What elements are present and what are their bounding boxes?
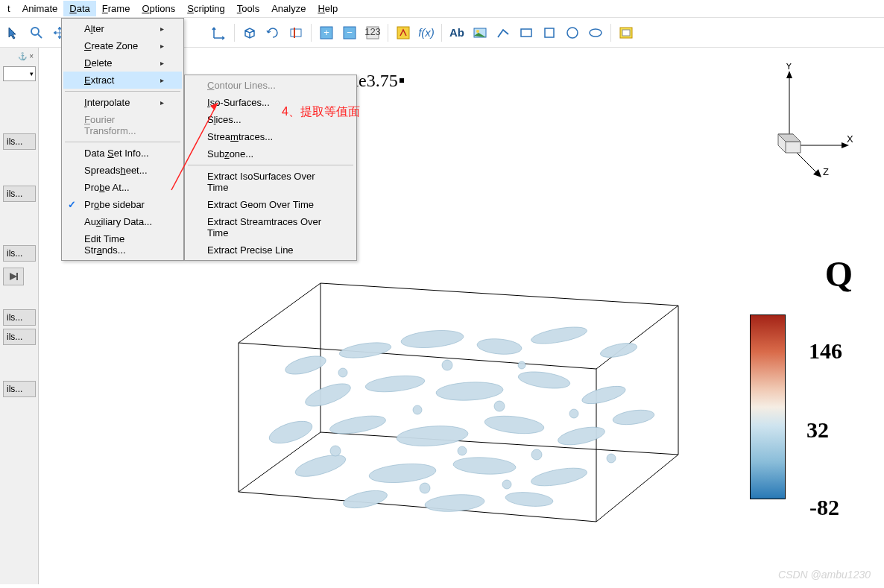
menu-scripting[interactable]: Scripting bbox=[181, 1, 231, 16]
annotation-text: 4、提取等值面 bbox=[282, 104, 360, 120]
svg-point-28 bbox=[599, 341, 638, 360]
svg-point-48 bbox=[442, 360, 452, 370]
ellipse-tool-icon[interactable] bbox=[585, 22, 606, 43]
menu-tools[interactable]: Tools bbox=[231, 1, 265, 16]
submenu-extract-stream-time[interactable]: Extract Streamtraces Over Time bbox=[186, 213, 355, 241]
svg-point-44 bbox=[342, 487, 389, 511]
contour-del-icon[interactable]: − bbox=[339, 22, 360, 43]
menu-analyze[interactable]: Analyze bbox=[265, 1, 312, 16]
menu-animate[interactable]: Animate bbox=[16, 1, 64, 16]
cube-tool-icon[interactable] bbox=[239, 22, 260, 43]
svg-rect-18 bbox=[622, 30, 630, 36]
svg-point-49 bbox=[518, 361, 525, 369]
sidebar-combo[interactable]: ▾ bbox=[3, 66, 36, 81]
square-tool-icon[interactable] bbox=[539, 22, 560, 43]
svg-rect-2 bbox=[291, 29, 301, 37]
svg-point-38 bbox=[557, 424, 607, 449]
svg-point-40 bbox=[293, 451, 347, 481]
svg-point-45 bbox=[424, 493, 484, 513]
sidebar: ⚓ × ▾ ils... ils... ils... ils... ils...… bbox=[0, 48, 39, 584]
svg-point-35 bbox=[329, 413, 387, 437]
svg-point-39 bbox=[612, 408, 655, 427]
svg-line-59 bbox=[171, 103, 218, 190]
svg-point-15 bbox=[567, 28, 578, 38]
y-axis-label: Y bbox=[786, 63, 792, 72]
menu-options[interactable]: Options bbox=[136, 1, 181, 16]
svg-line-1 bbox=[38, 34, 42, 38]
svg-rect-13 bbox=[521, 29, 531, 37]
svg-point-26 bbox=[476, 337, 522, 355]
menu-data[interactable]: Data bbox=[63, 1, 95, 16]
contour-num-icon[interactable]: 123 bbox=[362, 22, 383, 43]
slice-tool-icon[interactable] bbox=[285, 22, 306, 43]
svg-point-30 bbox=[364, 373, 426, 394]
pointer-tool-icon[interactable] bbox=[3, 22, 24, 43]
svg-point-12 bbox=[476, 30, 479, 33]
svg-point-23 bbox=[283, 353, 327, 378]
svg-point-55 bbox=[531, 449, 542, 460]
svg-point-58 bbox=[502, 480, 511, 489]
axis-triad: Y X Z bbox=[763, 63, 853, 183]
submenu-extract-precise[interactable]: Extract Precise Line bbox=[186, 241, 355, 259]
svg-point-29 bbox=[303, 379, 353, 411]
svg-point-27 bbox=[530, 324, 588, 347]
sidebar-btn-1[interactable]: ils... bbox=[3, 186, 36, 202]
svg-point-43 bbox=[530, 465, 588, 490]
menu-auxdata[interactable]: Auxiliary Data... bbox=[63, 213, 182, 230]
submenu-extract-geom-time[interactable]: Extract Geom Over Time bbox=[186, 196, 355, 213]
svg-point-31 bbox=[435, 381, 503, 402]
svg-point-56 bbox=[607, 454, 616, 463]
svg-point-52 bbox=[569, 409, 578, 418]
menu-probesidebar[interactable]: ✓Probe sidebar bbox=[63, 196, 182, 213]
colorbar-label-2: -82 bbox=[809, 495, 839, 520]
zoom-tool-icon[interactable] bbox=[26, 22, 47, 43]
axis-tool-icon[interactable] bbox=[209, 22, 230, 43]
plot-3d-box[interactable] bbox=[216, 268, 693, 584]
sidebar-btn-2[interactable]: ils... bbox=[3, 245, 36, 262]
menu-delete[interactable]: Delete▸ bbox=[63, 54, 182, 72]
extract-icon[interactable] bbox=[393, 22, 414, 43]
menu-frame[interactable]: Frame bbox=[96, 1, 136, 16]
play-button[interactable] bbox=[3, 268, 24, 285]
x-axis-label: X bbox=[847, 133, 853, 145]
svg-point-51 bbox=[494, 401, 505, 411]
svg-text:123: 123 bbox=[365, 26, 380, 37]
svg-point-46 bbox=[505, 490, 553, 508]
svg-point-32 bbox=[517, 369, 571, 391]
svg-point-0 bbox=[31, 28, 39, 35]
menu-extract[interactable]: Extract▸ bbox=[63, 72, 182, 89]
rotate-tool-icon[interactable] bbox=[262, 22, 283, 43]
image-tool-icon[interactable] bbox=[470, 22, 490, 43]
contour-add-icon[interactable]: + bbox=[316, 22, 337, 43]
z-axis-label: Z bbox=[823, 166, 829, 177]
rect-tool-icon[interactable] bbox=[516, 22, 537, 43]
svg-point-42 bbox=[452, 456, 516, 475]
svg-point-36 bbox=[396, 424, 469, 449]
menu-timestrands[interactable]: Edit Time Strands... bbox=[63, 230, 182, 259]
sidebar-btn-0[interactable]: ils... bbox=[3, 133, 36, 150]
colorbar-label-1: 32 bbox=[806, 417, 829, 443]
menu-sep bbox=[65, 142, 180, 142]
sidebar-btn-4[interactable]: ils... bbox=[3, 329, 36, 345]
svg-point-50 bbox=[413, 405, 422, 414]
colorbar-title: Q bbox=[825, 253, 853, 294]
menu-create-zone[interactable]: Create Zone▸ bbox=[63, 37, 182, 54]
sidebar-btn-5[interactable]: ils... bbox=[3, 381, 36, 397]
frame-tool-icon[interactable] bbox=[616, 22, 637, 43]
menubar: t Animate Data Frame Options Scripting T… bbox=[0, 0, 884, 18]
line-tool-icon[interactable] bbox=[493, 22, 514, 43]
menu-alter[interactable]: Alter▸ bbox=[63, 20, 182, 37]
menu-help[interactable]: Help bbox=[312, 1, 344, 16]
circle-tool-icon[interactable] bbox=[562, 22, 583, 43]
svg-point-57 bbox=[420, 483, 430, 493]
menu-it[interactable]: t bbox=[1, 1, 16, 16]
text-tool-icon[interactable]: Ab bbox=[446, 22, 467, 43]
colorbar-label-0: 146 bbox=[809, 338, 842, 364]
svg-point-24 bbox=[338, 340, 392, 361]
submenu-contourlines: Contour Lines... bbox=[186, 77, 355, 94]
watermark: CSDN @ambu1230 bbox=[778, 569, 871, 581]
svg-point-47 bbox=[338, 368, 347, 377]
sidebar-btn-3[interactable]: ils... bbox=[3, 309, 36, 326]
fx-icon[interactable]: f(x) bbox=[416, 22, 437, 43]
dock-header[interactable]: ⚓ × bbox=[3, 51, 35, 62]
